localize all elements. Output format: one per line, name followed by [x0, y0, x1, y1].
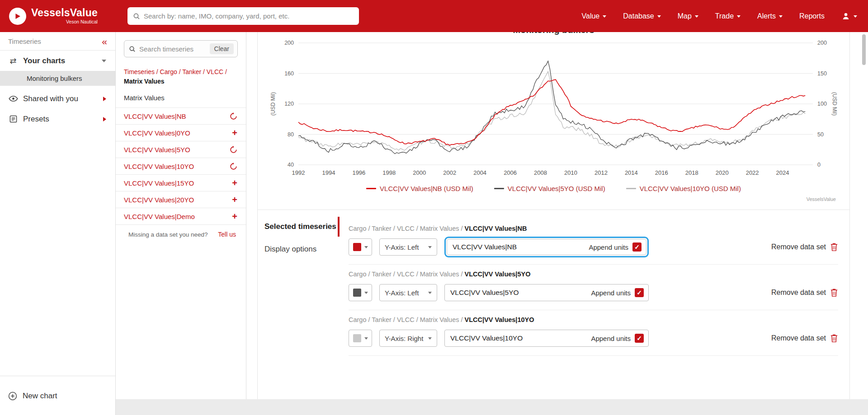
undo-icon[interactable] — [230, 112, 237, 120]
content-area: Clear Timeseries / Cargo / Tanker / VLCC… — [116, 32, 868, 399]
legend-label: VLCC|VV Values|5YO (USD Mil) — [508, 185, 605, 192]
dataset-settings: Selected timeseries Display options Carg… — [258, 210, 849, 356]
sidebar-item-presets[interactable]: Presets — [0, 109, 115, 129]
dataset-name-input[interactable] — [445, 334, 591, 342]
svg-text:2002: 2002 — [443, 169, 456, 176]
timeseries-item[interactable]: VLCC|VV Values|15YO + — [116, 175, 246, 191]
chevron-down-icon — [364, 292, 368, 294]
tell-us-link[interactable]: Tell us — [218, 231, 236, 238]
y-axis-select[interactable]: Y-Axis: Left — [379, 238, 437, 256]
y-axis-select[interactable]: Y-Axis: Left — [379, 284, 437, 301]
remove-dataset-button[interactable]: Remove data set — [771, 288, 838, 297]
svg-text:2004: 2004 — [473, 169, 486, 176]
swap-arrows-icon: ⇄ — [8, 56, 18, 66]
legend-item[interactable]: VLCC|VV Values|10YO (USD Mil) — [626, 185, 741, 192]
nav-item-alerts[interactable]: Alerts — [757, 12, 783, 20]
sidebar-item-monitoring-bulkers[interactable]: Monitoring bulkers — [0, 71, 115, 86]
brand-logo[interactable]: VesselsValue Veson Nautical — [9, 8, 98, 25]
new-chart-button[interactable]: New chart — [0, 384, 115, 408]
timeseries-item[interactable]: VLCC|VV Values|NB + — [116, 108, 246, 125]
add-icon[interactable]: + — [232, 195, 237, 204]
svg-text:100: 100 — [817, 101, 827, 107]
remove-dataset-button[interactable]: Remove data set — [771, 334, 838, 343]
undo-icon[interactable] — [230, 146, 237, 154]
add-icon[interactable]: + — [232, 128, 237, 137]
svg-text:120: 120 — [284, 101, 294, 107]
chevron-right-icon — [103, 117, 106, 121]
append-units-label: Append units — [589, 243, 628, 251]
timeseries-item[interactable]: VLCC|VV Values|10YO + — [116, 158, 246, 175]
missing-data-prompt: Missing a data set you need? — [128, 231, 208, 238]
add-icon[interactable]: + — [232, 178, 237, 187]
legend-swatch — [494, 188, 504, 189]
top-nav-menu: Value Database Map Trade Alerts Reports — [582, 0, 858, 32]
top-nav: VesselsValue Veson Nautical Value Databa… — [0, 0, 868, 32]
plus-circle-icon — [8, 392, 17, 401]
tab-display-options[interactable]: Display options — [258, 238, 340, 261]
legend-label: VLCC|VV Values|NB (USD Mil) — [380, 185, 473, 192]
check-icon: ✓ — [634, 243, 640, 251]
timeseries-browser-panel: Clear Timeseries / Cargo / Tanker / VLCC… — [116, 32, 246, 399]
timeseries-item[interactable]: VLCC|VV Values|5YO + — [116, 141, 246, 158]
svg-text:2022: 2022 — [746, 169, 759, 176]
check-icon: ✓ — [637, 335, 642, 342]
dataset-name-input[interactable] — [445, 289, 591, 297]
section-label: Matrix Values — [116, 94, 246, 102]
remove-dataset-button[interactable]: Remove data set — [771, 242, 838, 252]
timeseries-item[interactable]: VLCC|VV Values|20YO + — [116, 191, 246, 208]
nav-item-trade[interactable]: Trade — [715, 12, 741, 20]
sidebar-item-your-charts[interactable]: ⇄ Your charts — [0, 51, 115, 71]
watermark: VesselsValue — [807, 196, 836, 202]
search-icon — [133, 13, 140, 20]
global-search-input[interactable] — [144, 12, 354, 20]
append-units-label: Append units — [591, 335, 631, 342]
collapse-sidebar-icon[interactable]: « — [102, 37, 107, 46]
chevron-right-icon — [103, 97, 106, 101]
svg-text:2008: 2008 — [534, 169, 547, 176]
active-tab-indicator — [338, 217, 340, 237]
add-icon[interactable]: + — [232, 212, 237, 221]
breadcrumb: Timeseries / Cargo / Tanker / VLCC / Mat… — [116, 67, 246, 86]
svg-text:2000: 2000 — [413, 169, 426, 176]
legend-item[interactable]: VLCC|VV Values|5YO (USD Mil) — [494, 185, 605, 192]
append-units-checkbox[interactable]: ✓ — [635, 334, 644, 343]
append-units-checkbox[interactable]: ✓ — [635, 288, 644, 297]
eye-icon — [8, 96, 18, 102]
color-select[interactable] — [349, 284, 372, 301]
legend-item[interactable]: VLCC|VV Values|NB (USD Mil) — [366, 185, 473, 192]
y-axis-select[interactable]: Y-Axis: Right — [379, 330, 437, 347]
svg-text:2018: 2018 — [685, 169, 698, 176]
chevron-down-icon — [364, 337, 368, 340]
timeseries-item[interactable]: VLCC|VV Values|0YO + — [116, 125, 246, 141]
timeseries-list: VLCC|VV Values|NB + VLCC|VV Values|0YO +… — [116, 107, 246, 225]
user-menu[interactable] — [841, 12, 857, 21]
breadcrumb-trail[interactable]: Timeseries / Cargo / Tanker / VLCC / — [124, 68, 227, 75]
legend-swatch — [626, 188, 636, 189]
svg-text:0: 0 — [817, 162, 821, 168]
dataset-name-input[interactable] — [447, 243, 589, 251]
sidebar-divider — [0, 376, 115, 376]
timeseries-chart: 4080120160200050100150200199219941996199… — [258, 32, 849, 181]
svg-text:160: 160 — [284, 70, 294, 77]
svg-text:2010: 2010 — [564, 169, 577, 176]
nav-item-database[interactable]: Database — [623, 12, 661, 20]
color-select[interactable] — [349, 238, 372, 256]
scrollbar-thumb[interactable] — [862, 34, 866, 65]
undo-icon[interactable] — [230, 163, 237, 170]
dataset-breadcrumb: Cargo / Tanker / VLCC / Matrix Values /V… — [349, 270, 838, 278]
svg-text:2006: 2006 — [504, 169, 517, 176]
nav-item-reports[interactable]: Reports — [799, 12, 825, 20]
timeseries-item[interactable]: VLCC|VV Values|Demo + — [116, 208, 246, 225]
timeseries-search-input[interactable] — [139, 45, 210, 53]
append-units-checkbox[interactable]: ✓ — [632, 242, 642, 252]
tab-selected-timeseries[interactable]: Selected timeseries — [258, 215, 340, 238]
color-select[interactable] — [349, 330, 372, 347]
sidebar-item-shared-with-you[interactable]: Shared with you — [0, 89, 115, 109]
nav-item-value[interactable]: Value — [582, 12, 607, 20]
clear-search-button[interactable]: Clear — [210, 43, 234, 54]
nav-item-map[interactable]: Map — [678, 12, 698, 20]
legend-label: VLCC|VV Values|10YO (USD Mil) — [640, 185, 741, 192]
dataset-row: Cargo / Tanker / VLCC / Matrix Values /V… — [349, 310, 838, 356]
chevron-down-icon — [428, 292, 432, 294]
svg-text:2024: 2024 — [776, 169, 789, 176]
